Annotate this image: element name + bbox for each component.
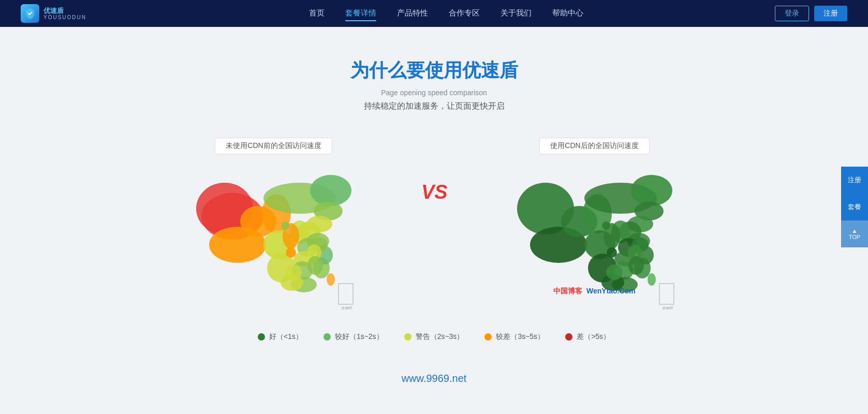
svg-text:比例尺: 比例尺 bbox=[663, 306, 673, 309]
map-after-panel: 使用CDN后的全国访问速度 bbox=[465, 138, 724, 312]
vs-text: VS bbox=[419, 179, 450, 210]
hero-subtitle-en: Page opening speed comparison bbox=[0, 88, 868, 97]
map-after-wrapper: 比例尺 中国博客 WenYtao.Com bbox=[465, 165, 724, 312]
navbar: 优速盾 YOUSUODUN 首页 套餐详情 产品特性 合作专区 关于我们 帮助中… bbox=[0, 0, 868, 27]
map-before-panel: 未使用CDN前的全国访问速度 bbox=[144, 138, 403, 312]
svg-point-59 bbox=[602, 221, 610, 230]
svg-rect-60 bbox=[659, 284, 674, 304]
floating-buttons: 注册 套餐 ▲ TOP bbox=[841, 167, 868, 247]
nav-actions: 登录 注册 bbox=[775, 6, 847, 21]
logo-subtitle: YOUSUODUN bbox=[43, 14, 86, 20]
nav-about[interactable]: 关于我们 bbox=[501, 6, 532, 21]
nav-help[interactable]: 帮助中心 bbox=[552, 6, 583, 21]
legend-warn: 警告（2s~3s） bbox=[404, 332, 464, 342]
floating-top-button[interactable]: ▲ TOP bbox=[841, 220, 868, 247]
legend-dot-bad bbox=[565, 333, 572, 341]
svg-point-57 bbox=[648, 273, 656, 286]
legend-dot-poor bbox=[484, 333, 492, 341]
map-after-label: 使用CDN后的全国访问速度 bbox=[539, 138, 649, 154]
main-content: 为什么要使用优速盾 Page opening speed comparison … bbox=[0, 27, 868, 395]
legend-label-warn: 警告（2s~3s） bbox=[416, 332, 464, 342]
nav-links: 首页 套餐详情 产品特性 合作专区 关于我们 帮助中心 bbox=[117, 6, 775, 21]
floating-register-button[interactable]: 注册 bbox=[841, 167, 868, 194]
legend-good: 好（<1s） bbox=[258, 332, 303, 342]
hero-subtitle-cn: 持续稳定的加速服务，让页面更快开启 bbox=[0, 101, 868, 112]
svg-rect-29 bbox=[339, 284, 353, 304]
china-map-after: 比例尺 bbox=[512, 165, 678, 309]
svg-point-28 bbox=[281, 221, 289, 230]
svg-point-24 bbox=[307, 256, 323, 275]
svg-point-56 bbox=[606, 264, 623, 280]
register-button[interactable]: 注册 bbox=[814, 6, 847, 21]
svg-text:比例尺: 比例尺 bbox=[342, 306, 352, 309]
legend-label-good: 好（<1s） bbox=[269, 332, 303, 342]
legend-dot-ok bbox=[323, 333, 331, 341]
svg-point-55 bbox=[628, 256, 644, 275]
svg-point-39 bbox=[631, 175, 672, 206]
floating-package-button[interactable]: 套餐 bbox=[841, 194, 868, 220]
top-label: TOP bbox=[849, 234, 860, 240]
logo-icon bbox=[21, 4, 39, 23]
legend-poor: 较差（3s~5s） bbox=[484, 332, 545, 342]
hero-title: 为什么要使用优速盾 bbox=[0, 58, 868, 83]
comparison-container: 未使用CDN前的全国访问速度 bbox=[72, 138, 797, 312]
nav-home[interactable]: 首页 bbox=[309, 6, 325, 21]
legend-label-bad: 差（>5s） bbox=[577, 332, 610, 342]
svg-text:VS: VS bbox=[421, 181, 448, 203]
svg-point-8 bbox=[310, 175, 351, 206]
map-before-label: 未使用CDN前的全国访问速度 bbox=[215, 138, 332, 154]
logo-name: 优速盾 bbox=[43, 7, 86, 15]
bottom-watermark: www.9969.net bbox=[0, 362, 868, 395]
legend-dot-warn bbox=[404, 333, 411, 341]
legend-ok: 较好（1s~2s） bbox=[323, 332, 384, 342]
legend-label-ok: 较好（1s~2s） bbox=[335, 332, 384, 342]
nav-partners[interactable]: 合作专区 bbox=[449, 6, 480, 21]
nav-features[interactable]: 产品特性 bbox=[397, 6, 428, 21]
legend: 好（<1s） 较好（1s~2s） 警告（2s~3s） 较差（3s~5s） 差（>… bbox=[0, 332, 868, 342]
nav-packages[interactable]: 套餐详情 bbox=[345, 6, 376, 21]
hero-section: 为什么要使用优速盾 Page opening speed comparison … bbox=[0, 27, 868, 362]
logo[interactable]: 优速盾 YOUSUODUN bbox=[21, 4, 86, 23]
bottom-watermark-text: www.9969.net bbox=[402, 373, 467, 384]
svg-point-58 bbox=[607, 247, 617, 258]
svg-point-27 bbox=[286, 247, 296, 258]
legend-dot-good bbox=[258, 333, 265, 341]
legend-bad: 差（>5s） bbox=[565, 332, 610, 342]
vs-divider: VS bbox=[414, 138, 455, 210]
legend-label-poor: 较差（3s~5s） bbox=[496, 332, 545, 342]
map-before-wrapper: 比例尺 bbox=[144, 165, 403, 312]
china-map-before: 比例尺 bbox=[191, 165, 357, 309]
login-button[interactable]: 登录 bbox=[775, 6, 809, 21]
svg-point-26 bbox=[327, 273, 335, 286]
top-arrow-icon: ▲ bbox=[852, 228, 858, 234]
svg-point-25 bbox=[285, 264, 302, 280]
